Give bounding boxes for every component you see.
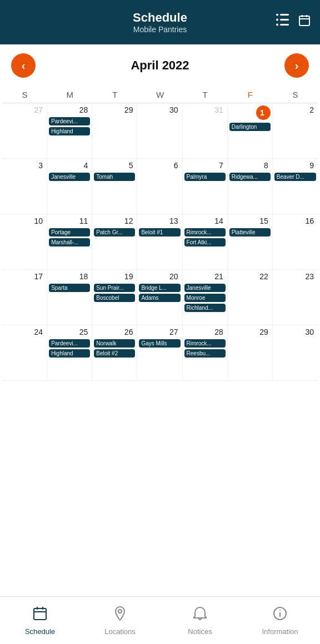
day-cell[interactable]: 29 bbox=[92, 103, 137, 158]
event-tag[interactable]: Gays Mills bbox=[139, 339, 180, 348]
day-number: 4 bbox=[49, 161, 90, 170]
day-cell[interactable]: 26NorwalkBeloit #2 bbox=[92, 325, 137, 380]
event-tag[interactable]: Bridge L... bbox=[139, 284, 180, 292]
day-cell[interactable]: 10 bbox=[2, 214, 47, 269]
day-number: 31 bbox=[184, 105, 226, 114]
event-tag[interactable]: Rimrock... bbox=[184, 228, 226, 237]
event-tag[interactable]: Beaver D... bbox=[274, 173, 316, 181]
event-tag[interactable]: Portage bbox=[49, 228, 90, 237]
event-tag[interactable]: Tomah bbox=[94, 173, 135, 181]
day-cell[interactable]: 25Pardeevi...Highland bbox=[47, 325, 92, 380]
calendar-view-icon[interactable] bbox=[298, 14, 311, 31]
event-tag[interactable]: Ridgewa... bbox=[229, 173, 271, 181]
day-cell[interactable]: 31 bbox=[183, 103, 228, 158]
day-cell[interactable]: 4Janesville bbox=[47, 159, 92, 214]
header-actions bbox=[276, 14, 311, 31]
event-tag[interactable]: Reesbu... bbox=[184, 349, 226, 358]
day-cell[interactable]: 1Darlington bbox=[228, 103, 273, 158]
nav-notices[interactable]: Notices bbox=[160, 597, 240, 644]
svg-rect-4 bbox=[280, 24, 289, 26]
day-cell[interactable]: 5Tomah bbox=[92, 159, 137, 214]
event-tag[interactable]: Palmyra bbox=[184, 173, 226, 181]
event-tag[interactable]: Beloit #2 bbox=[94, 349, 135, 358]
day-cell[interactable]: 8Ridgewa... bbox=[228, 159, 273, 214]
day-cell[interactable]: 22 bbox=[228, 270, 273, 325]
day-header-fri: F bbox=[228, 87, 273, 103]
day-cell[interactable]: 20Bridge L...Adams bbox=[137, 270, 182, 325]
event-tag[interactable]: Patch Gr... bbox=[94, 228, 135, 237]
day-cell[interactable]: 17 bbox=[2, 270, 47, 325]
day-cell[interactable]: 27Gays Mills bbox=[137, 325, 182, 380]
day-cell[interactable]: 13Beloit #1 bbox=[137, 214, 182, 269]
day-number: 29 bbox=[229, 328, 271, 336]
day-cell[interactable]: 24 bbox=[2, 325, 47, 380]
prev-month-button[interactable]: ‹ bbox=[11, 53, 36, 78]
event-tag[interactable]: Darlington bbox=[229, 123, 271, 131]
day-cell[interactable]: 11PortageMarshall-... bbox=[47, 214, 92, 269]
day-cell[interactable]: 18Sparta bbox=[47, 270, 92, 325]
day-header-wed: W bbox=[137, 87, 182, 103]
day-cell[interactable]: 30 bbox=[273, 325, 318, 380]
day-number: 2 bbox=[274, 105, 316, 114]
day-number: 25 bbox=[49, 328, 90, 336]
day-cell[interactable]: 2 bbox=[273, 103, 318, 158]
nav-information[interactable]: Information bbox=[240, 597, 320, 644]
svg-point-17 bbox=[279, 610, 281, 611]
day-cell[interactable]: 21JanesvilleMonroeRichland... bbox=[183, 270, 228, 325]
svg-rect-0 bbox=[280, 14, 289, 16]
day-header-tue: T bbox=[92, 87, 137, 103]
day-cell[interactable]: 6 bbox=[137, 159, 182, 214]
day-cell[interactable]: 28Rimrock...Reesbu... bbox=[183, 325, 228, 380]
day-number: 15 bbox=[229, 217, 271, 225]
day-number: 9 bbox=[274, 161, 316, 170]
nav-schedule[interactable]: Schedule bbox=[0, 597, 80, 644]
day-header-sun: S bbox=[2, 87, 47, 103]
event-tag[interactable]: Richland... bbox=[184, 304, 226, 312]
event-tag[interactable]: Platteville bbox=[229, 228, 271, 237]
day-cell[interactable]: 30 bbox=[137, 103, 182, 158]
event-tag[interactable]: Rimrock... bbox=[184, 339, 226, 348]
day-cell[interactable]: 16 bbox=[273, 214, 318, 269]
event-tag[interactable]: Sun Prair... bbox=[94, 284, 135, 292]
nav-notices-label: Notices bbox=[188, 627, 212, 636]
event-tag[interactable]: Adams bbox=[139, 294, 180, 302]
day-cell[interactable]: 29 bbox=[228, 325, 273, 380]
day-cell[interactable]: 19Sun Prair...Boscobel bbox=[92, 270, 137, 325]
day-number: 10 bbox=[4, 217, 45, 225]
day-number: 22 bbox=[229, 272, 271, 281]
day-cell[interactable]: 12Patch Gr... bbox=[92, 214, 137, 269]
day-cell[interactable]: 9Beaver D... bbox=[273, 159, 318, 214]
event-tag[interactable]: Highland bbox=[49, 127, 90, 135]
event-tag[interactable]: Sparta bbox=[49, 284, 90, 292]
event-tag[interactable]: Monroe bbox=[184, 294, 226, 302]
event-tag[interactable]: Janesville bbox=[184, 284, 226, 292]
day-cell[interactable]: 27 bbox=[2, 103, 47, 158]
day-number: 30 bbox=[274, 328, 316, 336]
event-tag[interactable]: Pardeevi... bbox=[49, 117, 90, 125]
day-number: 19 bbox=[94, 272, 135, 281]
week-row-0: 2728Pardeevi...Highland2930311Darlington… bbox=[2, 103, 318, 159]
event-tag[interactable]: Boscobel bbox=[94, 294, 135, 302]
day-number: 17 bbox=[4, 272, 45, 281]
day-number: 30 bbox=[139, 105, 180, 114]
event-tag[interactable]: Marshall-... bbox=[49, 238, 90, 246]
next-month-button[interactable]: › bbox=[284, 53, 309, 78]
day-number: 18 bbox=[49, 272, 90, 281]
svg-rect-6 bbox=[299, 16, 309, 26]
day-cell[interactable]: 14Rimrock...Fort Atki... bbox=[183, 214, 228, 269]
day-cell[interactable]: 28Pardeevi...Highland bbox=[47, 103, 92, 158]
day-cell[interactable]: 23 bbox=[273, 270, 318, 325]
event-tag[interactable]: Fort Atki... bbox=[184, 238, 226, 246]
day-cell[interactable]: 15Platteville bbox=[228, 214, 273, 269]
day-cell[interactable]: 3 bbox=[2, 159, 47, 214]
event-tag[interactable]: Beloit #1 bbox=[139, 228, 180, 237]
nav-locations[interactable]: Locations bbox=[80, 597, 160, 644]
event-tag[interactable]: Pardeevi... bbox=[49, 339, 90, 348]
app-title: Schedule bbox=[133, 11, 187, 25]
event-tag[interactable]: Highland bbox=[49, 349, 90, 358]
day-cell[interactable]: 7Palmyra bbox=[183, 159, 228, 214]
event-tag[interactable]: Janesville bbox=[49, 173, 90, 181]
event-tag[interactable]: Norwalk bbox=[94, 339, 135, 348]
list-view-icon[interactable] bbox=[276, 14, 289, 31]
day-number: 27 bbox=[4, 105, 45, 114]
